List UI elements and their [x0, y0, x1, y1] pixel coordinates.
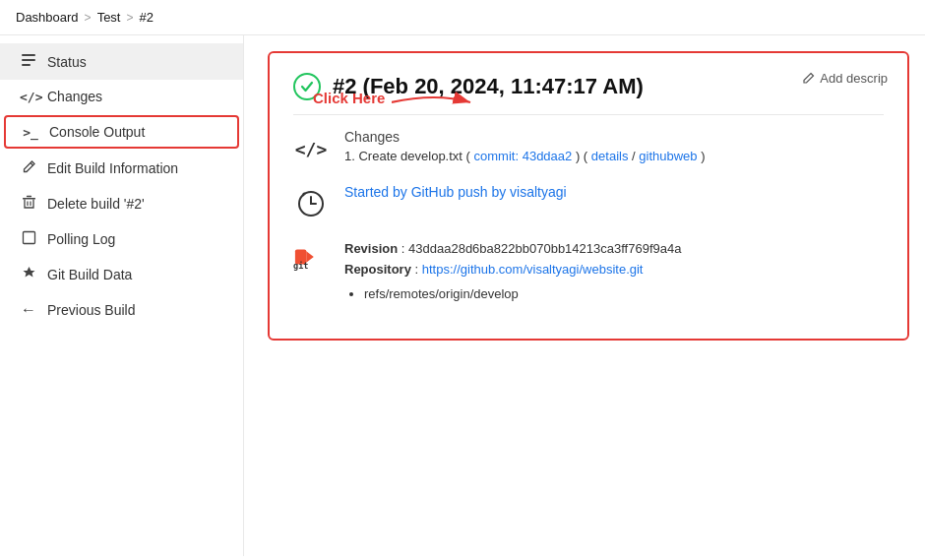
polling-log-icon: [20, 230, 37, 248]
sidebar-item-polling-log[interactable]: Polling Log: [0, 221, 243, 257]
sidebar-item-delete-build[interactable]: Delete build '#2': [0, 186, 243, 221]
repository-url[interactable]: https://github.com/visaltyagi/website.gi…: [422, 262, 644, 277]
started-by-content: Started by GitHub push by visaltyagi: [344, 184, 884, 200]
build-header: #2 (Feb 20, 2024, 11:47:17 AM): [293, 73, 884, 100]
console-output-icon: >_: [22, 125, 39, 140]
breadcrumb-dashboard[interactable]: Dashboard: [16, 10, 79, 25]
content-area: Click Here Add descrip: [244, 35, 925, 556]
change-item: 1. Create develop.txt ( commit: 43ddaa2 …: [344, 149, 884, 163]
revision-section: git Revision : 43ddaa28d6ba822bb070bb142…: [293, 239, 884, 301]
build-card: Add descrip #2 (Feb 20, 2024, 11:47:17 A…: [268, 51, 909, 341]
repository-text: Repository : https://github.com/visaltya…: [344, 260, 884, 280]
revision-content: Revision : 43ddaa28d6ba822bb070bb14213ca…: [344, 239, 884, 301]
sidebar-item-edit-build[interactable]: Edit Build Information: [0, 151, 243, 186]
sidebar: Status </> Changes >_ Console Output Edi…: [0, 35, 244, 556]
sidebar-label-delete-build: Delete build '#2': [47, 196, 223, 212]
details-link[interactable]: details: [591, 149, 629, 163]
repository-label: Repository: [344, 262, 411, 277]
changes-section-icon: </>: [293, 131, 329, 166]
sidebar-label-changes: Changes: [47, 89, 223, 104]
header-divider: [293, 114, 884, 115]
svg-rect-0: [22, 54, 35, 56]
add-description-btn[interactable]: Add descrip: [802, 71, 888, 86]
branch-item: refs/remotes/origin/develop: [364, 286, 884, 301]
sidebar-item-previous-build[interactable]: ← Previous Build: [0, 292, 243, 328]
commit-link[interactable]: commit: 43ddaa2: [474, 149, 573, 163]
svg-rect-3: [23, 198, 35, 200]
changes-content: Changes 1. Create develop.txt ( commit: …: [344, 129, 884, 163]
svg-text:git: git: [293, 261, 308, 271]
sidebar-label-polling-log: Polling Log: [47, 231, 223, 247]
sidebar-item-git-build-data[interactable]: Git Build Data: [0, 257, 243, 292]
revision-value: 43ddaa28d6ba822bb070bb14213ca3ff769f9a4a: [408, 241, 681, 256]
svg-rect-1: [22, 59, 35, 61]
repository-colon: :: [415, 262, 422, 277]
sidebar-label-git-build-data: Git Build Data: [47, 267, 223, 282]
edit-build-icon: [20, 159, 37, 177]
git-build-icon: [20, 266, 37, 283]
sidebar-label-edit-build: Edit Build Information: [47, 160, 223, 176]
revision-label: Revision: [344, 241, 398, 256]
sidebar-label-status: Status: [47, 54, 223, 70]
previous-build-icon: ←: [20, 301, 37, 319]
breadcrumb-sep-1: >: [85, 11, 92, 25]
git-icon: git: [293, 239, 329, 275]
started-by-link[interactable]: Started by GitHub push by visaltyagi: [344, 184, 567, 200]
started-by-section: Started by GitHub push by visaltyagi: [293, 184, 884, 221]
svg-rect-6: [23, 232, 34, 244]
sidebar-label-console-output: Console Output: [49, 124, 221, 140]
breadcrumb-current: #2: [139, 10, 153, 25]
success-icon: [293, 73, 321, 100]
sidebar-item-changes[interactable]: </> Changes: [0, 80, 243, 113]
changes-section: </> Changes 1. Create develop.txt ( comm…: [293, 129, 884, 166]
sidebar-item-status[interactable]: Status: [0, 43, 243, 80]
status-icon: [20, 52, 37, 71]
delete-build-icon: [20, 195, 37, 213]
breadcrumb-sep-2: >: [126, 11, 133, 25]
started-by-icon: [293, 186, 329, 221]
revision-text: Revision : 43ddaa28d6ba822bb070bb14213ca…: [344, 239, 884, 260]
changes-label: Changes: [344, 129, 884, 145]
breadcrumb-test[interactable]: Test: [97, 10, 121, 25]
githubweb-link[interactable]: githubweb: [639, 149, 697, 163]
build-title: #2 (Feb 20, 2024, 11:47:17 AM): [333, 74, 644, 99]
add-description-label: Add descrip: [820, 71, 888, 86]
revision-colon: :: [401, 241, 408, 256]
changes-icon: </>: [20, 90, 37, 104]
main-layout: Status </> Changes >_ Console Output Edi…: [0, 35, 925, 556]
sidebar-item-console-output[interactable]: >_ Console Output: [4, 115, 239, 149]
branch-list: refs/remotes/origin/develop: [364, 286, 884, 301]
breadcrumb: Dashboard > Test > #2: [0, 0, 925, 35]
sidebar-label-previous-build: Previous Build: [47, 302, 223, 318]
change-item-text: 1. Create develop.txt: [344, 149, 462, 163]
svg-rect-2: [22, 64, 31, 66]
